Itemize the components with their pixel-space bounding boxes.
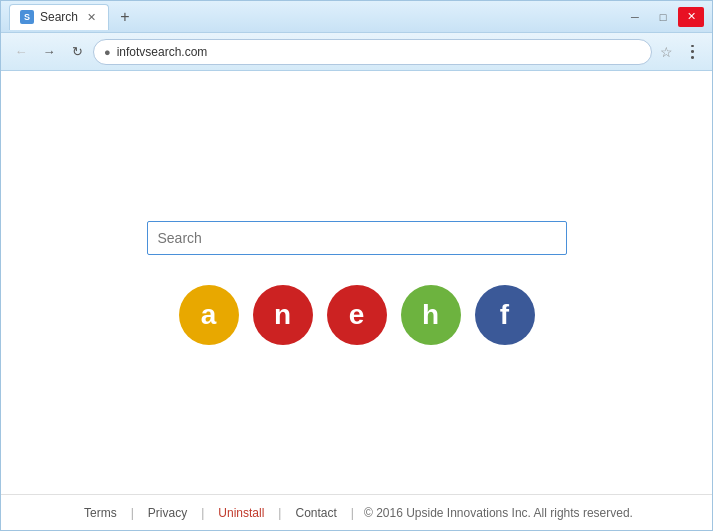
divider-3: | [274,506,285,520]
bookmark-button[interactable]: ☆ [656,42,676,62]
tab-title: Search [40,10,78,24]
footer: Terms | Privacy | Uninstall | Contact | … [1,494,712,530]
address-bar[interactable]: ● infotvsearch.com [93,39,652,65]
contact-link[interactable]: Contact [285,506,346,520]
nav-bar: ← → ↻ ● infotvsearch.com ☆ [1,33,712,71]
shortcut-icons-row: anehf [179,285,535,345]
menu-dot-1 [691,45,694,48]
browser-window: S Search ✕ + ─ □ ✕ ← → ↻ ● infotvsearch.… [0,0,713,531]
search-input[interactable] [158,230,556,246]
forward-button[interactable]: → [37,40,61,64]
minimize-button[interactable]: ─ [622,7,648,27]
browser-content: anehf Terms | Privacy | Uninstall | Cont… [1,71,712,530]
uninstall-link[interactable]: Uninstall [208,506,274,520]
maximize-button[interactable]: □ [650,7,676,27]
back-button[interactable]: ← [9,40,33,64]
shortcut-icon-3[interactable]: h [401,285,461,345]
tab-close-button[interactable]: ✕ [84,10,98,24]
shortcut-icon-0[interactable]: a [179,285,239,345]
terms-link[interactable]: Terms [74,506,127,520]
search-box[interactable] [147,221,567,255]
shortcut-icon-4[interactable]: f [475,285,535,345]
title-bar: S Search ✕ + ─ □ ✕ [1,1,712,33]
menu-button[interactable] [680,40,704,64]
window-controls: ─ □ ✕ [622,7,704,27]
shortcut-icon-1[interactable]: n [253,285,313,345]
copyright-text: © 2016 Upside Innovations Inc. All right… [358,506,639,520]
url-text: infotvsearch.com [117,45,641,59]
divider-1: | [127,506,138,520]
shortcut-icon-2[interactable]: e [327,285,387,345]
lock-icon: ● [104,46,111,58]
refresh-button[interactable]: ↻ [65,40,89,64]
tab-favicon: S [20,10,34,24]
privacy-link[interactable]: Privacy [138,506,197,520]
new-tab-button[interactable]: + [113,5,137,29]
divider-4: | [347,506,358,520]
main-area: anehf [1,71,712,494]
browser-tab[interactable]: S Search ✕ [9,4,109,30]
menu-dot-2 [691,50,694,53]
close-button[interactable]: ✕ [678,7,704,27]
menu-dot-3 [691,56,694,59]
divider-2: | [197,506,208,520]
